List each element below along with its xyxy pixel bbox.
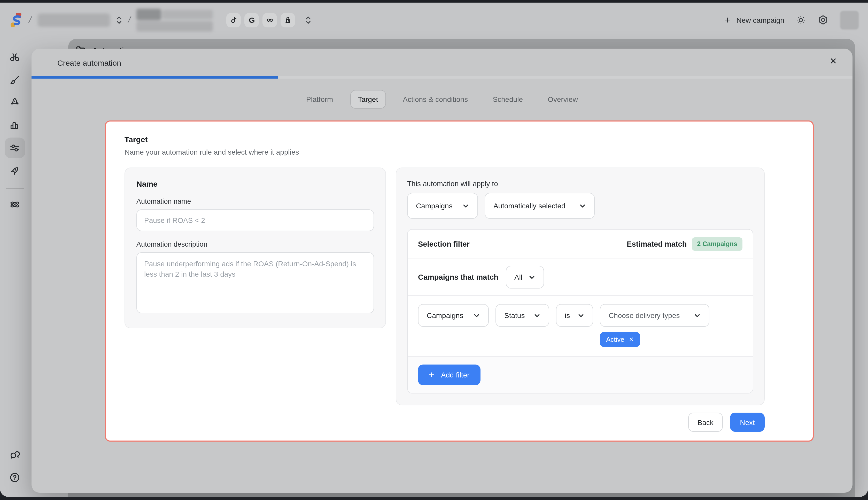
tab-target[interactable]: Target bbox=[350, 90, 386, 109]
wizard-footer: Back Next bbox=[125, 413, 765, 432]
filter-operator-dropdown[interactable]: is bbox=[556, 304, 593, 327]
tab-overview[interactable]: Overview bbox=[540, 90, 586, 109]
sidebar-item-rocket[interactable] bbox=[4, 160, 25, 181]
sidebar-item-bar-chart[interactable] bbox=[4, 115, 25, 135]
back-button[interactable]: Back bbox=[688, 413, 723, 432]
automation-description-label: Automation description bbox=[137, 240, 374, 248]
selection-filter-title: Selection filter bbox=[418, 240, 470, 248]
entity-type-dropdown[interactable]: Campaigns bbox=[407, 193, 478, 219]
chevron-down-icon bbox=[473, 312, 480, 319]
automation-description-input[interactable] bbox=[137, 252, 374, 313]
name-card-heading: Name bbox=[137, 179, 374, 188]
filter-entity-dropdown[interactable]: Campaigns bbox=[418, 304, 489, 327]
add-filter-button[interactable]: + Add filter bbox=[418, 365, 481, 385]
filter-field-dropdown[interactable]: Status bbox=[495, 304, 549, 327]
target-step-panel: Target Name your automation rule and sel… bbox=[105, 121, 814, 442]
modal-title: Create automation bbox=[57, 58, 121, 67]
chevron-down-icon bbox=[462, 202, 469, 209]
breadcrumb: / / G bbox=[9, 9, 311, 31]
filter-operator-value: is bbox=[565, 311, 570, 320]
target-subtitle: Name your automation rule and select whe… bbox=[125, 148, 794, 156]
selection-filter-panel: Selection filter Estimated match 2 Campa… bbox=[407, 229, 753, 394]
left-sidebar bbox=[0, 37, 30, 497]
create-automation-modal: Create automation ✕ Platform Target Acti… bbox=[32, 49, 853, 493]
apply-card: This automation will apply to Campaigns … bbox=[396, 168, 765, 405]
svg-text:S: S bbox=[287, 19, 289, 22]
breadcrumb-separator-2: / bbox=[127, 15, 131, 25]
apply-card-heading: This automation will apply to bbox=[407, 179, 753, 188]
filter-entity-value: Campaigns bbox=[427, 311, 464, 320]
selected-value-chip-active[interactable]: Active ✕ bbox=[600, 332, 640, 347]
target-heading: Target bbox=[125, 135, 794, 144]
breadcrumb-separator: / bbox=[28, 15, 33, 25]
filter-field-value: Status bbox=[504, 311, 525, 320]
entity-type-value: Campaigns bbox=[416, 202, 453, 210]
tiktok-icon[interactable] bbox=[226, 13, 241, 27]
sidebar-item-atom[interactable] bbox=[4, 194, 25, 215]
selection-mode-dropdown[interactable]: Automatically selected bbox=[485, 193, 595, 219]
app-window: / / G bbox=[0, 3, 868, 497]
top-bar: / / G bbox=[0, 3, 868, 37]
plus-icon: + bbox=[725, 15, 730, 25]
account-name-redacted[interactable] bbox=[137, 9, 213, 31]
chevron-down-icon bbox=[578, 312, 584, 319]
new-campaign-button[interactable]: + New campaign bbox=[725, 15, 784, 25]
automation-name-input[interactable] bbox=[137, 209, 374, 231]
estimated-match-label: Estimated match bbox=[627, 240, 687, 248]
google-icon[interactable]: G bbox=[245, 13, 259, 27]
chip-label: Active bbox=[606, 336, 624, 343]
chevron-down-icon bbox=[534, 312, 540, 319]
chevron-down-icon bbox=[579, 202, 586, 209]
tab-actions-conditions[interactable]: Actions & conditions bbox=[395, 90, 476, 109]
user-avatar[interactable] bbox=[840, 11, 859, 29]
brand-logo[interactable] bbox=[9, 12, 23, 28]
next-button[interactable]: Next bbox=[730, 413, 765, 432]
new-campaign-label: New campaign bbox=[737, 16, 784, 24]
progress-bar bbox=[32, 76, 853, 79]
automation-name-label: Automation name bbox=[137, 197, 374, 205]
match-operator-dropdown[interactable]: All bbox=[506, 266, 544, 288]
help-icon[interactable] bbox=[4, 467, 25, 488]
name-card: Name Automation name Automation descript… bbox=[125, 168, 386, 328]
chevron-down-icon bbox=[529, 274, 535, 281]
meta-icon[interactable]: ∞ bbox=[263, 13, 277, 27]
theme-toggle-sun-icon[interactable] bbox=[796, 15, 806, 25]
selection-mode-value: Automatically selected bbox=[493, 202, 565, 210]
filter-value-dropdown[interactable]: Choose delivery types bbox=[600, 304, 709, 327]
filter-value-placeholder: Choose delivery types bbox=[609, 311, 680, 320]
account-switcher-icon[interactable] bbox=[306, 16, 311, 24]
tab-schedule[interactable]: Schedule bbox=[485, 90, 531, 109]
platform-icon-chips: G ∞ S bbox=[226, 13, 295, 27]
campaigns-that-match-label: Campaigns that match bbox=[418, 273, 498, 281]
sidebar-item-paintbrush[interactable] bbox=[4, 69, 25, 90]
estimated-match-badge: 2 Campaigns bbox=[692, 237, 742, 251]
sidebar-item-automations-sliders[interactable] bbox=[4, 138, 25, 158]
tab-platform[interactable]: Platform bbox=[298, 90, 341, 109]
shopify-icon[interactable]: S bbox=[281, 13, 295, 27]
sidebar-item-binoculars[interactable] bbox=[4, 47, 25, 67]
sidebar-item-launch-badge[interactable] bbox=[4, 92, 25, 113]
add-filter-label: Add filter bbox=[441, 371, 470, 379]
filter-row: Campaigns Status bbox=[408, 296, 753, 356]
match-operator-value: All bbox=[514, 273, 523, 281]
workspace-switcher-icon[interactable] bbox=[116, 16, 122, 24]
chat-support-icon[interactable] bbox=[4, 444, 25, 465]
remove-chip-icon[interactable]: ✕ bbox=[629, 337, 634, 342]
settings-gear-icon[interactable] bbox=[817, 14, 829, 26]
progress-bar-fill bbox=[32, 76, 278, 79]
close-icon[interactable]: ✕ bbox=[828, 55, 839, 68]
screen: / / G bbox=[0, 0, 868, 500]
workspace-name-redacted[interactable] bbox=[37, 13, 110, 27]
chevron-down-icon bbox=[694, 312, 701, 319]
sidebar-divider bbox=[5, 188, 24, 189]
step-tabs: Platform Target Actions & conditions Sch… bbox=[32, 90, 853, 109]
plus-icon: + bbox=[429, 370, 434, 379]
